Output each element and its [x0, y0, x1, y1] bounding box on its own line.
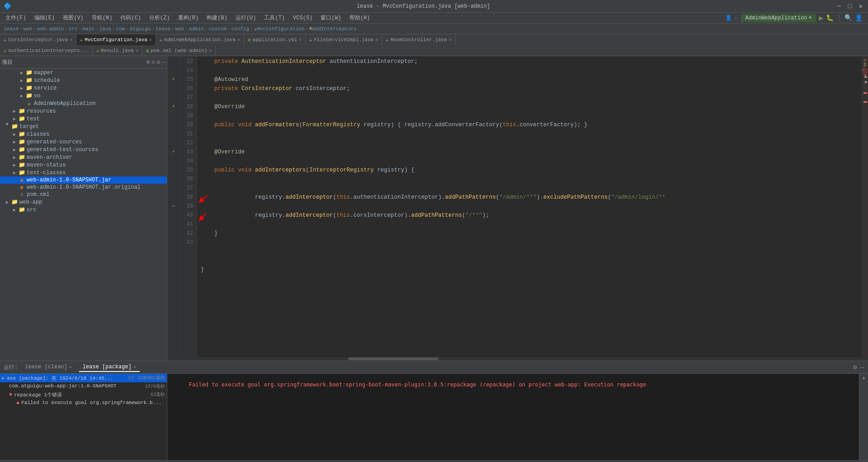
sidebar-icon-3[interactable]: ⚙ [157, 59, 160, 66]
maximize-button[interactable]: □ [846, 3, 854, 10]
bc-web2[interactable]: web [175, 26, 184, 32]
tree-test[interactable]: ▶ 📁 test [0, 115, 167, 123]
menu-vcs[interactable]: VCS(S) [289, 14, 316, 22]
bc-custom[interactable]: custom [208, 26, 226, 32]
sidebar-icon-2[interactable]: ≡ [151, 59, 155, 66]
tab-applicationyml[interactable]: ▣ application.yml ✕ [244, 34, 306, 45]
tab-close-applicationyml[interactable]: ✕ [299, 37, 302, 43]
tab-close-result[interactable]: ✕ [136, 48, 138, 53]
h-scrollbar[interactable] [167, 357, 868, 361]
menu-run[interactable]: 运行(U) [232, 13, 260, 23]
bc-add-interceptors[interactable]: addInterceptors [312, 26, 357, 32]
code-display[interactable]: private AuthenticationInterceptor authen… [197, 56, 862, 357]
menu-tools[interactable]: 工具(T) [260, 13, 288, 23]
menu-file[interactable]: 文件(F) [2, 13, 30, 23]
tab-close-adminwebapp[interactable]: ✕ [237, 37, 240, 43]
bc-config[interactable]: config [231, 26, 250, 32]
sidebar-icon-4[interactable]: — [162, 59, 165, 66]
run-item-2[interactable]: com.atguigu:web-app:jar:1.0-SNAPSHOT 157… [0, 382, 167, 391]
tree-jar[interactable]: ▣ web-admin-1.0-SNAPSHOT.jar [0, 176, 167, 184]
close-button[interactable]: ✕ [857, 3, 864, 10]
run-item-3[interactable]: ● repackage 1个错误 62毫秒 [0, 391, 167, 399]
run-toolbar: 运行: lease [clean] ✕ lease [package] ✕ ⚙ … [0, 361, 868, 374]
menu-help[interactable]: 帮助(H) [346, 13, 374, 23]
ln-39: 39 [180, 202, 197, 211]
bc-web-admin[interactable]: web-admin [37, 26, 64, 32]
run-button[interactable]: ▶ [819, 14, 823, 23]
menu-navigate[interactable]: 导航(N) [88, 13, 116, 23]
bc-src[interactable]: src [69, 26, 78, 32]
run-tab-clean[interactable]: lease [clean] ✕ [21, 363, 75, 372]
sidebar-toolbar: 项目 ⊞ ≡ ⚙ — [0, 56, 167, 69]
menu-code[interactable]: 代码(C) [117, 13, 145, 23]
tab-mvcconfiguration[interactable]: ☕ MvcConfiguration.java ✕ [76, 34, 156, 45]
label-adminwebapp: AdminWebApplication [34, 100, 96, 107]
tree-generated-test-sources[interactable]: ▶ 📁 generated-test-sources [0, 146, 167, 153]
more-run-options[interactable]: ⋮ [836, 14, 842, 21]
debug-button[interactable]: 🐛 [826, 14, 834, 22]
tree-jar-original[interactable]: ▣ web-admin-1.0-SNAPSHOT.jar.original [0, 184, 167, 191]
minimize-button[interactable]: ─ [835, 3, 843, 10]
tab-result[interactable]: ☕ Result.java ✕ [93, 45, 142, 56]
tab-close-corsinterceptor[interactable]: ✕ [70, 37, 72, 43]
tab-close-roomcontroller[interactable]: ✕ [449, 37, 452, 43]
run-tab-close-clean[interactable]: ✕ [69, 364, 72, 370]
bc-com[interactable]: com [116, 26, 125, 32]
menu-view[interactable]: 视图(V) [59, 13, 87, 23]
bc-web[interactable]: web [24, 26, 33, 32]
bc-lease2[interactable]: lease [156, 26, 170, 32]
bc-lease[interactable]: lease [4, 26, 19, 32]
tree-web-app[interactable]: ▶ 📁 web-app [0, 198, 167, 206]
tree-adminwebapp[interactable]: ☕ AdminWebApplication [0, 100, 167, 107]
tab-close-mvcconfiguration[interactable]: ✕ [149, 37, 152, 43]
menu-build[interactable]: 构建(B) [203, 13, 231, 23]
tab-adminwebapp[interactable]: ☕ AdminWebApplication.java ✕ [156, 34, 245, 45]
tree-mapper[interactable]: ▶ 📁 mapper [0, 69, 167, 76]
bc-mvcconfig[interactable]: MvcConfiguration [257, 26, 305, 32]
tree-target[interactable]: ▶ 📁 target [0, 123, 167, 130]
tree-generated-sources[interactable]: ▶ 📁 generated-sources [0, 138, 167, 146]
tab-roomcontroller[interactable]: ☕ RoomController.java ✕ [382, 34, 455, 45]
navigate-back[interactable]: ← [735, 15, 738, 21]
h-scroll-thumb[interactable] [348, 357, 439, 360]
tree-schedule[interactable]: ▶ 📁 schedule [0, 76, 167, 84]
menu-analyze[interactable]: 分析(Z) [146, 13, 174, 23]
tree-vo[interactable]: ▶ 📁 vo [0, 92, 167, 100]
run-config-selector[interactable]: AdminWebApplication ▼ [741, 14, 816, 22]
config-dropdown-icon[interactable]: ▼ [809, 15, 811, 20]
tree-pom-xml[interactable]: m pom.xml [0, 191, 167, 198]
tab-close-fileserviceimpl[interactable]: ✕ [375, 37, 378, 43]
bc-main[interactable]: main [83, 26, 94, 32]
tree-classes[interactable]: ▶ 📁 classes [0, 130, 167, 138]
tab-close-pomxml[interactable]: ✕ [209, 48, 212, 53]
bc-admin[interactable]: admin [189, 26, 204, 32]
panel-scroll-top[interactable]: ▲ [862, 376, 865, 381]
tree-src[interactable]: ▶ 📁 src [0, 206, 167, 214]
tree-maven-status[interactable]: ▶ 📁 maven-status [0, 161, 167, 169]
tree-resources[interactable]: ▶ 📁 resources [0, 107, 167, 115]
tab-authinterceptor[interactable]: ☕ AuthenticationIntercepto... [0, 45, 93, 56]
run-tab-package[interactable]: lease [package] ✕ [79, 363, 140, 372]
tree-test-classes[interactable]: ▶ 📁 test-classes [0, 169, 167, 176]
run-item-1[interactable]: ▶ ase [package]: 在 2024/6/18 14:45... 1个… [0, 374, 167, 382]
run-tab-close-package[interactable]: ✕ [133, 364, 136, 370]
tree-maven-archiver[interactable]: ▶ 📁 maven-archiver [0, 153, 167, 161]
ln-33: 33 [180, 148, 197, 157]
avatar-icon[interactable]: 👤 [855, 14, 863, 22]
code-editor[interactable]: ⚡ ⚡ ⚡ ↩ 23 [167, 56, 868, 357]
bc-java[interactable]: java [99, 26, 111, 32]
tab-pomxml[interactable]: ▣ pom.xml (web-admin) ✕ [142, 45, 216, 56]
gutter-39: ↩ [167, 202, 179, 211]
sidebar-icon-1[interactable]: ⊞ [146, 59, 150, 66]
bc-atguigu[interactable]: atguigu [130, 26, 151, 32]
menu-edit[interactable]: 编辑(E) [31, 13, 59, 23]
run-item-4[interactable]: ● Failed to execute goal org.springframe… [0, 399, 167, 407]
tab-fileserviceimpl[interactable]: ☕ FileServiceImpl.java ✕ [306, 34, 382, 45]
tree-service[interactable]: ▶ 📁 service [0, 84, 167, 92]
settings-icon[interactable]: ⚙ [853, 363, 857, 371]
minimize-panel-icon[interactable]: — [861, 364, 864, 371]
menu-refactor[interactable]: 重构(R) [175, 13, 203, 23]
menu-window[interactable]: 窗口(W) [317, 13, 345, 23]
tab-corsinterceptor[interactable]: ☕ CorsInterceptor.java ✕ [0, 34, 76, 45]
search-button[interactable]: 🔍 [844, 14, 852, 22]
